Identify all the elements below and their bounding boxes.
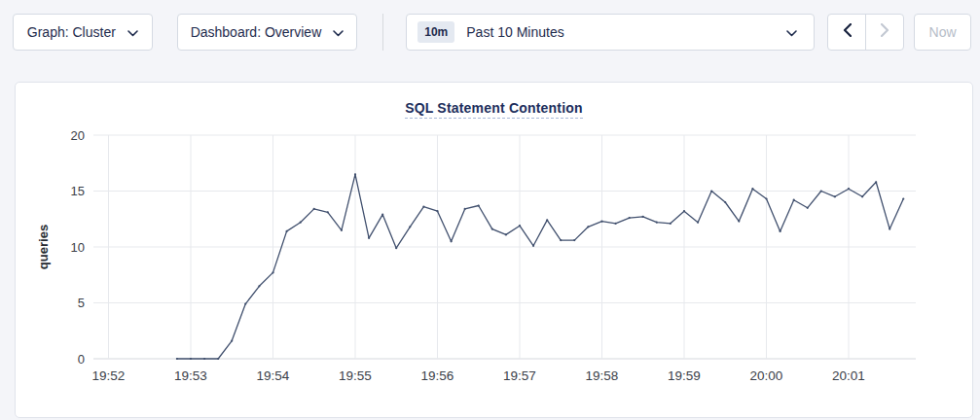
svg-text:queries: queries [36, 225, 51, 269]
chevron-left-icon [843, 23, 852, 41]
chevron-down-icon [333, 24, 344, 40]
next-time-button[interactable] [865, 15, 903, 50]
svg-text:19:58: 19:58 [586, 368, 619, 383]
chart-card: SQL Statement Contention 0510152019:5219… [15, 82, 973, 418]
prev-time-button[interactable] [828, 15, 865, 50]
time-range-label: Past 10 Minutes [466, 24, 563, 40]
series-line [176, 173, 905, 360]
dashboard-dropdown-label: Dashboard: Overview [191, 24, 322, 40]
graph-dropdown[interactable]: Graph: Cluster [13, 14, 153, 51]
time-range-badge: 10m [417, 21, 454, 43]
y-axis-label: queries [36, 225, 51, 269]
svg-text:19:53: 19:53 [174, 368, 207, 383]
chevron-down-icon [786, 24, 797, 40]
svg-text:5: 5 [78, 296, 85, 310]
dashboard-dropdown[interactable]: Dashboard: Overview [177, 14, 358, 51]
svg-text:19:55: 19:55 [339, 368, 372, 383]
chevron-down-icon [127, 24, 138, 40]
time-range-picker[interactable]: 10m Past 10 Minutes [406, 14, 815, 51]
graph-dropdown-label: Graph: Cluster [27, 24, 116, 40]
svg-text:19:57: 19:57 [503, 368, 536, 383]
axis-tick-labels: 0510152019:5219:5319:5419:5519:5619:5719… [71, 128, 865, 384]
chart-title[interactable]: SQL Statement Contention [405, 100, 583, 119]
svg-text:19:54: 19:54 [257, 368, 290, 383]
svg-text:0: 0 [78, 352, 85, 367]
toolbar: Graph: Cluster Dashboard: Overview 10m P… [13, 14, 971, 51]
gridlines [93, 135, 916, 359]
svg-text:20:00: 20:00 [750, 368, 783, 383]
chart-title-row: SQL Statement Contention [16, 99, 972, 119]
chevron-right-icon [881, 23, 889, 41]
time-step-button-group [827, 14, 904, 51]
svg-text:15: 15 [71, 184, 85, 198]
toolbar-divider [382, 14, 383, 51]
now-button[interactable]: Now [914, 14, 971, 51]
svg-text:19:52: 19:52 [92, 368, 126, 383]
chart-plot-area[interactable]: 0510152019:5219:5319:5419:5519:5619:5719… [16, 122, 974, 413]
svg-text:20: 20 [71, 128, 85, 143]
svg-text:10: 10 [71, 240, 85, 255]
svg-text:20:01: 20:01 [832, 368, 865, 383]
svg-text:19:56: 19:56 [421, 368, 454, 383]
svg-text:19:59: 19:59 [668, 368, 701, 383]
